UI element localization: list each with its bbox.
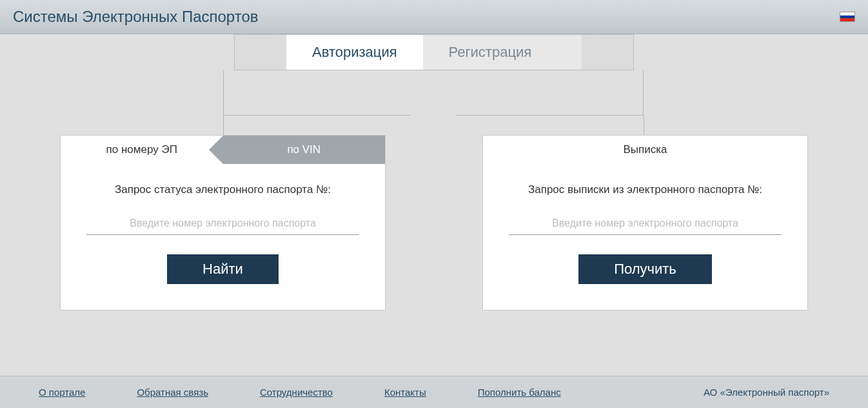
extract-request-label: Запрос выписки из электронного паспорта … bbox=[509, 183, 782, 196]
header: Системы Электронных Паспортов bbox=[0, 0, 868, 34]
tab-by-ep-number[interactable]: по номеру ЭП bbox=[61, 136, 223, 164]
footer-link-feedback[interactable]: Обратная связь bbox=[137, 387, 208, 398]
status-request-label: Запрос статуса электронного паспорта №: bbox=[86, 183, 359, 196]
status-request-card: по номеру ЭП по VIN Запрос статуса элект… bbox=[60, 135, 386, 311]
tab-register[interactable]: Регистрация bbox=[423, 35, 558, 70]
ep-number-input[interactable] bbox=[86, 212, 359, 235]
extract-ep-number-input[interactable] bbox=[509, 212, 782, 235]
russian-flag-icon[interactable] bbox=[840, 12, 855, 22]
site-title: Системы Электронных Паспортов bbox=[13, 8, 259, 26]
footer-link-balance[interactable]: Пополнить баланс bbox=[478, 387, 561, 398]
tab-login[interactable]: Авторизация bbox=[286, 35, 423, 70]
extract-request-card: Выписка Запрос выписки из электронного п… bbox=[482, 135, 808, 311]
footer-link-contacts[interactable]: Контакты bbox=[384, 387, 426, 398]
auth-tabs: Авторизация Регистрация bbox=[234, 34, 634, 70]
get-button[interactable]: Получить bbox=[578, 254, 712, 284]
footer: О портале Обратная связь Сотрудничество … bbox=[0, 376, 868, 408]
tab-by-vin[interactable]: по VIN bbox=[223, 136, 386, 164]
find-button[interactable]: Найти bbox=[167, 254, 279, 284]
footer-company: АО «Электронный паспорт» bbox=[704, 387, 829, 398]
footer-link-about[interactable]: О портале bbox=[39, 387, 85, 398]
footer-link-cooperation[interactable]: Сотрудничество bbox=[260, 387, 333, 398]
